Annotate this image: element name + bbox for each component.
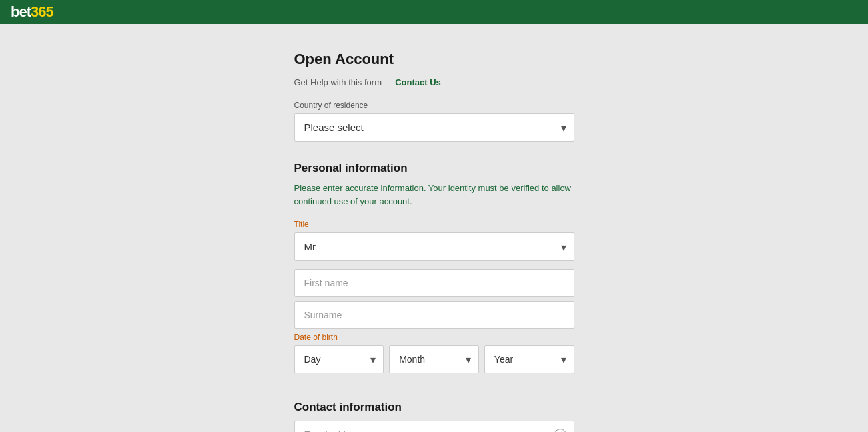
contact-section: Contact information i — [294, 401, 574, 432]
logo: bet365 — [11, 3, 53, 21]
email-wrapper: i — [294, 421, 574, 432]
help-text: Get Help with this form — Contact Us — [294, 77, 574, 87]
country-select-wrapper: Please select ▾ — [294, 113, 574, 142]
title-select[interactable]: Mr Mrs Ms Miss Dr — [294, 232, 574, 261]
section-divider — [294, 387, 574, 387]
dob-label: Date of birth — [294, 333, 574, 342]
country-section: Country of residence Please select ▾ — [294, 101, 574, 142]
dob-day-wrapper: Day ▾ — [294, 345, 384, 373]
personal-section-title: Personal information — [294, 162, 574, 175]
contact-section-title: Contact information — [294, 401, 574, 414]
country-select[interactable]: Please select — [294, 113, 574, 142]
contact-us-link[interactable]: Contact Us — [395, 77, 441, 87]
dob-section: Date of birth Day ▾ Month ▾ — [294, 333, 574, 373]
header: bet365 — [0, 0, 868, 24]
dob-year-wrapper: Year ▾ — [484, 345, 574, 373]
personal-info-text: Please enter accurate information. Your … — [294, 182, 574, 208]
country-label: Country of residence — [294, 101, 574, 110]
email-input[interactable] — [294, 421, 574, 432]
page-title: Open Account — [294, 51, 574, 68]
personal-section: Personal information Please enter accura… — [294, 162, 574, 373]
logo-365: 365 — [31, 3, 53, 20]
help-static-text: Get Help with this form — — [294, 77, 393, 87]
title-section: Title Mr Mrs Ms Miss Dr ▾ — [294, 220, 574, 261]
dob-selects: Day ▾ Month ▾ Year — [294, 345, 574, 373]
surname-input[interactable] — [294, 301, 574, 329]
title-select-wrapper: Mr Mrs Ms Miss Dr ▾ — [294, 232, 574, 261]
dob-year-select[interactable]: Year — [484, 345, 574, 373]
main-content: Open Account Get Help with this form — C… — [0, 24, 868, 432]
dob-month-select[interactable]: Month — [389, 345, 479, 373]
title-label: Title — [294, 220, 574, 229]
dob-day-select[interactable]: Day — [294, 345, 384, 373]
first-name-input[interactable] — [294, 269, 574, 297]
form-container: Open Account Get Help with this form — C… — [294, 51, 574, 432]
dob-month-wrapper: Month ▾ — [389, 345, 479, 373]
logo-bet: bet — [11, 3, 31, 20]
